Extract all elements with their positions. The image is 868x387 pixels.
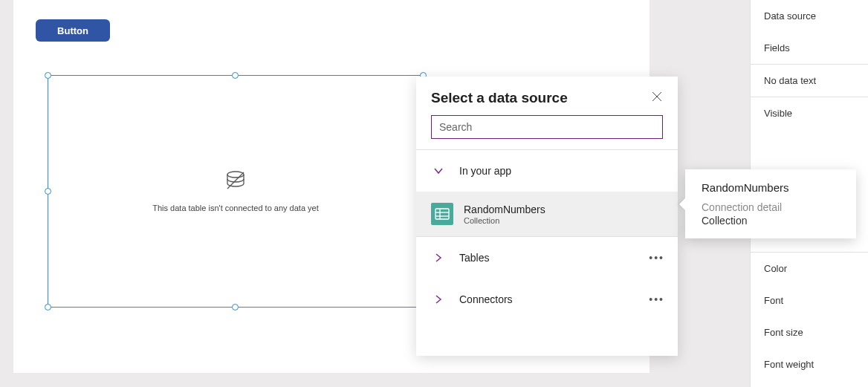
tooltip-label: Connection detail bbox=[702, 201, 841, 213]
data-table-control[interactable]: This data table isn't connected to any d… bbox=[48, 75, 424, 308]
more-icon[interactable]: ••• bbox=[649, 293, 664, 305]
property-visible[interactable]: Visible bbox=[751, 97, 868, 129]
more-icon[interactable]: ••• bbox=[649, 252, 664, 264]
property-font-size[interactable]: Font size bbox=[751, 316, 868, 348]
datasource-tooltip: RandomNumbers Connection detail Collecti… bbox=[685, 169, 856, 238]
search-input[interactable] bbox=[431, 115, 663, 139]
chevron-right-icon bbox=[431, 294, 446, 305]
tooltip-value: Collection bbox=[702, 215, 841, 227]
empty-state: This data table isn't connected to any d… bbox=[48, 171, 423, 212]
collection-icon bbox=[431, 203, 453, 225]
property-data-source[interactable]: Data source bbox=[751, 0, 868, 32]
property-font[interactable]: Font bbox=[751, 284, 868, 316]
button-label: Button bbox=[57, 25, 88, 36]
resize-handle[interactable] bbox=[232, 304, 239, 310]
section-label: Connectors bbox=[459, 293, 513, 305]
chevron-right-icon bbox=[431, 253, 446, 263]
section-connectors[interactable]: Connectors ••• bbox=[416, 279, 678, 320]
popup-title: Select a data source bbox=[431, 90, 568, 106]
svg-rect-4 bbox=[435, 209, 449, 219]
property-no-data-text[interactable]: No data text bbox=[751, 65, 868, 97]
property-fields[interactable]: Fields bbox=[751, 32, 868, 64]
section-tables[interactable]: Tables ••• bbox=[416, 237, 678, 279]
section-label: In your app bbox=[459, 165, 511, 177]
button-control[interactable]: Button bbox=[36, 19, 110, 42]
property-font-weight[interactable]: Font weight bbox=[751, 348, 868, 380]
tooltip-title: RandomNumbers bbox=[702, 181, 841, 194]
resize-handle[interactable] bbox=[232, 72, 239, 79]
select-data-source-popup: Select a data source In your app RandomN… bbox=[416, 77, 678, 356]
datasource-subtype: Collection bbox=[464, 216, 545, 225]
section-in-your-app[interactable]: In your app bbox=[416, 150, 678, 192]
section-label: Tables bbox=[459, 252, 489, 264]
close-icon[interactable] bbox=[651, 91, 663, 105]
datasource-name: RandomNumbers bbox=[464, 204, 545, 215]
property-color[interactable]: Color bbox=[751, 253, 868, 284]
chevron-down-icon bbox=[431, 166, 446, 176]
empty-state-message: This data table isn't connected to any d… bbox=[48, 204, 423, 212]
resize-handle[interactable] bbox=[45, 304, 51, 310]
resize-handle[interactable] bbox=[45, 72, 51, 79]
datasource-item-randomnumbers[interactable]: RandomNumbers Collection bbox=[416, 192, 678, 236]
database-icon bbox=[224, 171, 247, 193]
